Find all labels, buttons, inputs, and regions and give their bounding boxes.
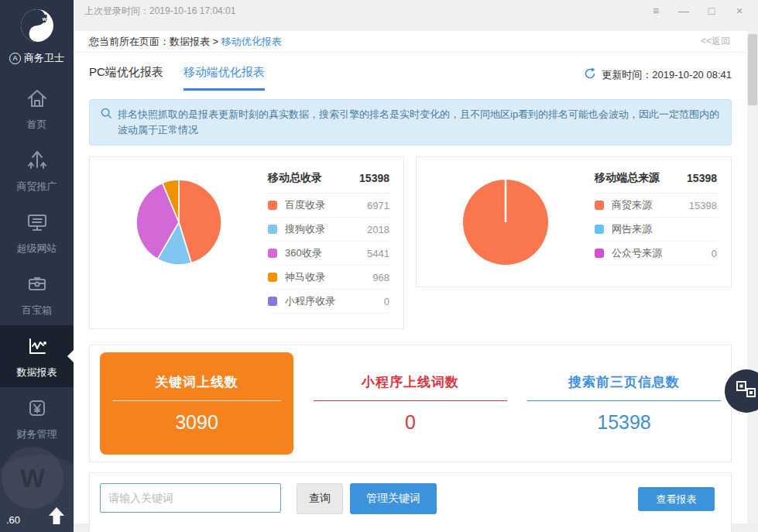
stat-keywords-online-box: 关键词上线数 3090 [100,352,293,455]
legend-swatch [595,249,604,258]
legend-label: 神马收录 [285,270,372,284]
home-icon [25,86,50,111]
sidebar-item-label: 首页 [27,118,47,132]
stat-divider [112,400,281,401]
legend-label: 商贸来源 [612,198,689,212]
update-time-box: 更新时间：2019-10-20 08:41 [584,65,732,82]
back-link[interactable]: <<返回 [701,31,730,52]
website-icon [25,210,50,235]
close-icon[interactable]: × [725,0,753,22]
brand-badge-icon: A [9,53,21,64]
notice-text: 排名快照抓取的是报表更新时刻的真实数据，搜索引擎的排名是实时变化的，且不同地区i… [118,107,720,138]
legend-total: 15398 [687,172,717,184]
stat-value: 0 [405,411,416,434]
main-area: 您当前所在页面：数据报表 > 移动优化报表 <<返回 PC端优化报表 移动端优化… [74,22,758,532]
legend-swatch [268,225,277,234]
report-icon [25,334,50,359]
stat-top3-pages-info: 搜索前三页信息数 15398 [517,345,731,462]
keyword-bar: 查询 管理关键词 查看报表 [89,472,732,532]
legend-swatch [268,249,277,258]
legend-title: 移动总收录 [268,171,359,185]
stat-value: 15398 [597,411,651,434]
tabs-row: PC端优化报表 移动端优化报表 更新时间：2019-10-20 08:41 [89,65,732,93]
stat-value: 3090 [175,411,218,434]
sidebar-item-toolbox[interactable]: 百宝箱 [0,263,74,325]
stat-title: 小程序上线词数 [362,373,459,391]
sidebar-item-label: 财务管理 [17,427,57,441]
view-report-button[interactable]: 查看报表 [638,487,715,511]
stat-divider [314,400,507,401]
pie-chart-sources [417,157,595,287]
breadcrumb-section: 数据报表 [170,36,210,47]
sidebar-item-finance[interactable]: 财务管理 [0,387,74,449]
breadcrumb-separator: > [210,36,221,47]
breadcrumb-prefix: 您当前所在页面： [89,36,170,47]
sidebar-item-home[interactable]: 首页 [0,77,74,139]
legend-row: 商贸来源15398 [595,194,717,218]
sidebar: W w A 商务卫士 首页商贸推广超级网站百宝箱数据报表财务管理 .60 [0,0,74,532]
scrollbar-thumb[interactable] [748,34,757,105]
toolbox-icon [25,272,50,297]
legend-swatch [268,273,277,282]
legend-row: 搜狗收录2018 [268,218,389,242]
watermark-letter: W [20,463,45,493]
legend-header: 移动端总来源 15398 [595,171,717,194]
update-time-text: 更新时间：2019-10-20 08:41 [602,68,732,82]
legend-row: 网告来源 [595,218,717,242]
menu-icon[interactable]: ≡ [642,0,670,22]
legend-row: 百度收录6971 [268,194,389,218]
chart-card-sources: 移动端总来源 15398 商贸来源15398网告来源公众号来源0 [416,156,732,287]
legend-swatch [595,201,604,210]
legend-label: 网告来源 [612,222,717,236]
tab-pc-report[interactable]: PC端优化报表 [89,65,163,88]
pie-chart-indexed [90,157,268,328]
stat-title: 关键词上线数 [155,373,238,391]
promotion-icon [25,148,50,173]
legend-rows: 百度收录6971搜狗收录2018360收录5441神马收录968小程序收录0 [268,194,389,314]
refresh-icon[interactable] [584,67,596,82]
legend-title: 移动端总来源 [595,171,687,185]
search-icon [101,107,118,138]
keyword-input[interactable] [100,483,281,513]
sidebar-item-promotion[interactable]: 商贸推广 [0,139,74,201]
scrollbar[interactable] [747,31,758,523]
minimize-icon[interactable]: — [670,0,698,22]
last-login-time: 上次登录时间：2019-10-16 17:04:01 [84,5,235,18]
active-item-arrow [67,350,74,362]
stat-miniprogram-words: 小程序上线词数 0 [304,345,517,462]
sidebar-item-report[interactable]: 数据报表 [0,325,74,387]
sidebar-item-website[interactable]: 超级网站 [0,201,74,263]
breadcrumb-current: 移动优化报表 [221,36,282,47]
legend-value: 2018 [367,224,389,235]
legend-header: 移动总收录 15398 [268,171,389,194]
legend-swatch [268,201,277,210]
maximize-icon[interactable]: □ [698,0,725,22]
legend-value: 0 [384,296,389,307]
breadcrumb: 您当前所在页面：数据报表 > 移动优化报表 <<返回 [74,31,747,53]
legend-sources: 移动端总来源 15398 商贸来源15398网告来源公众号来源0 [595,157,731,287]
query-button[interactable]: 查询 [297,483,343,514]
legend-label: 百度收录 [285,198,367,212]
legend-value: 968 [372,272,389,283]
sidebar-item-label: 商贸推广 [17,180,57,194]
legend-row: 360收录5441 [268,242,389,266]
manage-keywords-button[interactable]: 管理关键词 [350,483,437,514]
legend-value: 6971 [367,200,389,211]
stat-title: 搜索前三页信息数 [568,373,680,391]
watermark-shield: W [2,447,63,509]
tab-mobile-report[interactable]: 移动端优化报表 [183,65,265,91]
legend-label: 公众号来源 [612,246,712,260]
collapse-up-icon[interactable] [47,506,66,526]
legend-label: 360收录 [285,246,367,260]
legend-swatch [595,225,604,234]
finance-icon [25,396,50,420]
titlebar: 上次登录时间：2019-10-16 17:04:01 ≡ — □ × [74,0,758,22]
sidebar-nav: 首页商贸推广超级网站百宝箱数据报表财务管理 [0,77,74,449]
brand: w A 商务卫士 [0,0,74,65]
stat-keywords-online: 关键词上线数 3090 [90,345,304,462]
legend-indexed: 移动总收录 15398 百度收录6971搜狗收录2018360收录5441神马收… [268,157,403,328]
legend-value: 5441 [367,248,389,259]
legend-value: 0 [712,248,717,259]
content-panel: 您当前所在页面：数据报表 > 移动优化报表 <<返回 PC端优化报表 移动端优化… [74,31,747,523]
stats-card: 关键词上线数 3090 小程序上线词数 0 搜索前三页信息数 15398 [89,345,732,462]
